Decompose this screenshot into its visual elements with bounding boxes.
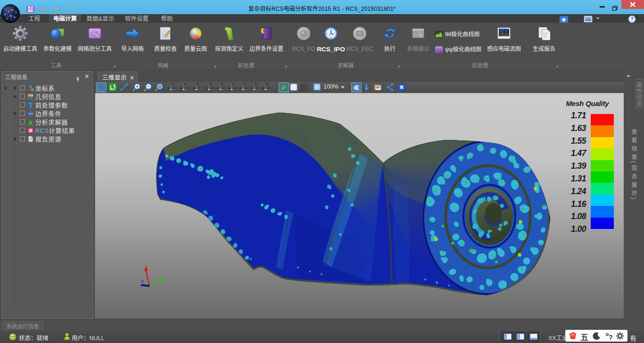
svg-text:?: ?: [630, 16, 634, 22]
svg-text:z: z: [141, 279, 144, 284]
